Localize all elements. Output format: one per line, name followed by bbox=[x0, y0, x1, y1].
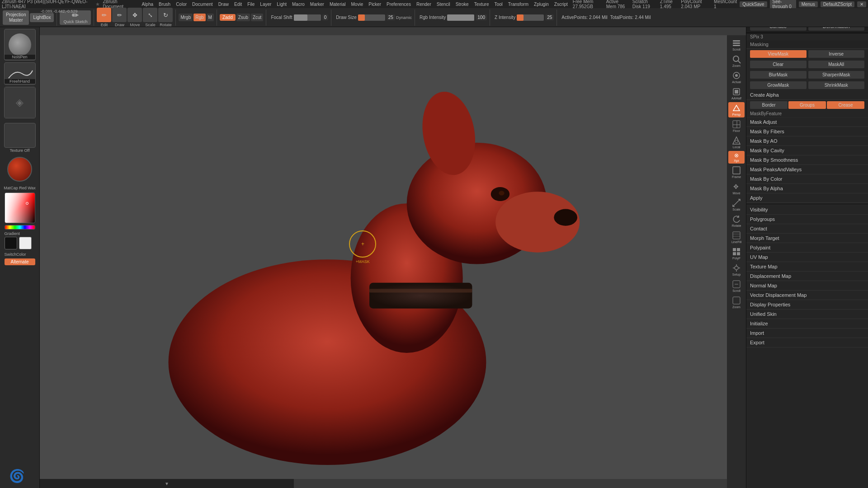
display-properties-button[interactable]: Display Properties bbox=[746, 300, 868, 310]
menu-stencil[interactable]: Stencil bbox=[434, 1, 453, 7]
menu-zscript[interactable]: Zscript bbox=[552, 1, 570, 7]
mrgb-button[interactable]: Mrgb bbox=[179, 14, 193, 21]
alternate-button[interactable]: Alternate bbox=[5, 258, 35, 265]
viewport[interactable]: + +MASK bbox=[40, 35, 727, 479]
rgb-intensity-slider[interactable] bbox=[447, 14, 474, 21]
menu-edit[interactable]: Edit bbox=[232, 1, 244, 7]
inverse-button[interactable]: Inverse bbox=[808, 50, 865, 58]
frame-icon-btn[interactable]: Frame bbox=[728, 164, 745, 180]
groups-button[interactable]: Groups bbox=[788, 101, 826, 109]
mask-by-cavity-button[interactable]: Mask By Cavity bbox=[746, 146, 868, 155]
scale-mode-button[interactable]: ⤡ bbox=[143, 8, 157, 22]
menu-marker[interactable]: Marker bbox=[308, 1, 326, 7]
menu-zplugin[interactable]: Zplugin bbox=[532, 1, 551, 7]
polygroups-button[interactable]: Polygroups bbox=[746, 215, 868, 224]
zadd-button[interactable]: Zadd bbox=[220, 14, 236, 21]
mask-by-color-button[interactable]: Mask By Color bbox=[746, 174, 868, 184]
apply-button[interactable]: Apply bbox=[746, 193, 868, 203]
linefill-icon-btn[interactable]: LineFill bbox=[728, 230, 745, 245]
menu-alpha[interactable]: Alpha bbox=[139, 1, 156, 7]
growmask-button[interactable]: GrowMask bbox=[750, 81, 807, 89]
stroke-preview[interactable]: FreehHand bbox=[4, 62, 36, 85]
lightbox-button[interactable]: LightBox bbox=[30, 13, 54, 22]
floor-icon-btn[interactable]: Floor bbox=[728, 118, 745, 134]
menu-texture[interactable]: Texture bbox=[472, 1, 491, 7]
border-button[interactable]: Border bbox=[750, 101, 788, 109]
edit-mode-button[interactable]: ✏ bbox=[97, 8, 111, 22]
menu-macro[interactable]: Macro bbox=[290, 1, 307, 7]
menu-movie[interactable]: Movie bbox=[349, 1, 366, 7]
uv-map-button[interactable]: UV Map bbox=[746, 253, 868, 262]
layers-icon-btn[interactable]: Scroll bbox=[728, 37, 745, 52]
menu-render[interactable]: Render bbox=[414, 1, 434, 7]
morph-target-button[interactable]: Morph Target bbox=[746, 234, 868, 243]
contact-button[interactable]: Contact bbox=[746, 224, 868, 234]
quicksave-button[interactable]: QuickSave bbox=[740, 1, 767, 7]
menu-picker[interactable]: Picker bbox=[366, 1, 383, 7]
material-swatch[interactable] bbox=[7, 157, 32, 182]
scale-icon-btn2[interactable]: Scale bbox=[728, 197, 745, 212]
menu-color[interactable]: Color bbox=[174, 1, 189, 7]
gradient-swatch-dark[interactable] bbox=[5, 237, 17, 249]
vector-displacement-map-button[interactable]: Vector Displacement Map bbox=[746, 291, 868, 300]
mask-by-smoothness-button[interactable]: Mask By Smoothness bbox=[746, 155, 868, 165]
texture-preview[interactable] bbox=[4, 123, 36, 148]
unified-skin-button[interactable]: Unified Skin bbox=[746, 310, 868, 319]
zoom-icon-btn[interactable]: Zoom bbox=[728, 53, 745, 69]
scroll2-icon-btn[interactable]: Scroll bbox=[728, 278, 745, 294]
texture-map-button[interactable]: Texture Map bbox=[746, 262, 868, 272]
sharpenmask-button[interactable]: SharpenMask bbox=[808, 71, 865, 79]
shrinkmask-button[interactable]: ShrinkMask bbox=[808, 81, 865, 89]
polypaint-button[interactable]: Polypaint bbox=[746, 243, 868, 253]
normal-map-button[interactable]: Normal Map bbox=[746, 281, 868, 291]
menu-brush[interactable]: Brush bbox=[156, 1, 173, 7]
alpha-preview[interactable]: ◈ Alpha Off bbox=[4, 87, 36, 118]
draw-size-slider[interactable] bbox=[358, 14, 385, 21]
mask-adjust-button[interactable]: Mask Adjust bbox=[746, 117, 868, 127]
menu-preferences[interactable]: Preferences bbox=[384, 1, 413, 7]
menus-button[interactable]: Menus bbox=[799, 1, 818, 7]
viewmask-button[interactable]: ViewMask bbox=[750, 50, 807, 58]
aahalf-icon-btn[interactable]: AAHalf bbox=[728, 86, 745, 101]
mask-by-alpha-button[interactable]: Mask By Alpha bbox=[746, 184, 868, 193]
menu-material[interactable]: Material bbox=[327, 1, 348, 7]
hue-slider[interactable] bbox=[5, 225, 35, 230]
menu-draw[interactable]: Draw bbox=[216, 1, 231, 7]
move-mode-button[interactable]: ✥ bbox=[127, 8, 142, 22]
projection-master-button[interactable]: ProjectionMaster bbox=[3, 10, 29, 25]
menu-stroke[interactable]: Stroke bbox=[453, 1, 471, 7]
menu-layer[interactable]: Layer bbox=[258, 1, 274, 7]
blurmask-button[interactable]: BlurMask bbox=[750, 71, 807, 79]
move-icon-btn[interactable]: ✥ Move bbox=[728, 181, 745, 196]
mask-by-fibers-button[interactable]: Mask By Fibers bbox=[746, 127, 868, 136]
polyf-icon-btn[interactable]: PolyF bbox=[728, 246, 745, 261]
close-button[interactable]: ✕ bbox=[857, 1, 866, 7]
import-button[interactable]: Import bbox=[746, 328, 868, 338]
menu-file[interactable]: File bbox=[245, 1, 257, 7]
rotate-icon-btn[interactable]: Rotate bbox=[728, 213, 745, 229]
actual-icon-btn[interactable]: Actual bbox=[728, 70, 745, 85]
default-script-button[interactable]: DefaultZScript bbox=[821, 1, 854, 7]
color-picker[interactable] bbox=[5, 192, 35, 223]
menu-document[interactable]: Document bbox=[190, 1, 215, 7]
z-intensity-slider[interactable] bbox=[517, 14, 544, 21]
brush-preview[interactable]: NoisPen bbox=[4, 29, 36, 61]
displacement-map-button[interactable]: Displacement Map bbox=[746, 272, 868, 281]
menu-transform[interactable]: Transform bbox=[506, 1, 531, 7]
zsub-button[interactable]: Zsub bbox=[236, 14, 250, 21]
focal-shift-slider[interactable] bbox=[294, 14, 321, 21]
xyz-icon-btn[interactable]: ⊗ Xyz bbox=[728, 151, 745, 164]
gradient-swatch-light[interactable] bbox=[19, 237, 32, 249]
rotate-mode-button[interactable]: ↻ bbox=[158, 8, 173, 22]
zoom2-icon-btn[interactable]: Zoom bbox=[728, 295, 745, 310]
export-button[interactable]: Export bbox=[746, 338, 868, 347]
zcut-button[interactable]: Zcut bbox=[251, 14, 263, 21]
draw-mode-button[interactable]: ✏ bbox=[112, 8, 127, 22]
menu-tool[interactable]: Tool bbox=[492, 1, 505, 7]
crease-button[interactable]: Crease bbox=[827, 101, 864, 109]
mask-by-ao-button[interactable]: Mask By AO bbox=[746, 136, 868, 146]
persp-icon-btn[interactable]: Persp bbox=[728, 102, 745, 117]
local-icon-btn[interactable]: Local bbox=[728, 135, 745, 150]
initialize-button[interactable]: Initialize bbox=[746, 319, 868, 328]
rgb-button[interactable]: Rgb bbox=[193, 14, 205, 21]
